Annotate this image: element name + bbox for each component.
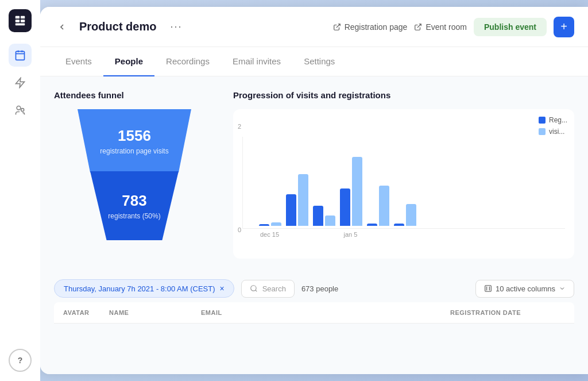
columns-icon xyxy=(484,284,492,293)
x-label-jan5: jan 5 xyxy=(339,231,362,238)
x-label-6 xyxy=(393,231,416,238)
bar-vis-6 xyxy=(406,204,416,226)
search-placeholder: Search xyxy=(262,284,286,293)
bar-group-3 xyxy=(313,206,335,226)
legend-dot-reg xyxy=(539,117,546,124)
bars-container xyxy=(242,137,565,229)
more-options-button[interactable]: ··· xyxy=(165,18,187,35)
x-label-2 xyxy=(285,231,308,238)
svg-rect-0 xyxy=(16,16,20,19)
svg-rect-1 xyxy=(21,16,25,19)
tab-events[interactable]: Events xyxy=(54,47,103,76)
bar-vis-1 xyxy=(271,222,281,226)
sidebar: ? xyxy=(0,0,40,381)
funnel-title: Attendees funnel xyxy=(54,90,215,100)
x-label-dec15: dec 15 xyxy=(258,231,281,238)
columns-button[interactable]: 10 active columns xyxy=(475,280,574,298)
tab-people[interactable]: People xyxy=(103,47,154,76)
header-actions: Registration page Event room Publish eve… xyxy=(333,17,574,37)
x-axis-labels: dec 15 jan 5 xyxy=(242,231,565,238)
event-room-link[interactable]: Event room xyxy=(414,22,467,32)
bar-group-6 xyxy=(394,204,416,226)
sidebar-logo[interactable] xyxy=(9,9,32,32)
chevron-down-icon xyxy=(559,285,566,292)
svg-rect-4 xyxy=(16,24,25,26)
bar-vis-3 xyxy=(325,215,335,226)
funnel-section: Attendees funnel 1556 registration page … xyxy=(54,90,215,259)
bar-group-1 xyxy=(259,222,281,226)
legend-item-reg: Reg... xyxy=(539,116,567,124)
svg-rect-2 xyxy=(16,20,20,22)
col-header-regdate: REGISTRATION DATE xyxy=(450,309,565,316)
funnel-bottom-label: registrants (50%) xyxy=(108,212,160,220)
bar-reg-4 xyxy=(340,188,350,226)
funnel-top: 1556 registration page visits xyxy=(71,109,198,172)
y-label-0: 0 xyxy=(238,226,241,233)
page-title: Product demo xyxy=(79,20,156,33)
charts-row: Attendees funnel 1556 registration page … xyxy=(54,90,574,259)
bar-chart-section: Progression of visits and registrations … xyxy=(233,90,574,259)
x-label-5 xyxy=(366,231,389,238)
legend-dot-vis xyxy=(539,128,546,135)
col-header-avatar: AVATAR xyxy=(63,309,109,316)
svg-rect-5 xyxy=(16,51,25,60)
bar-vis-5 xyxy=(379,186,389,226)
bar-group-4 xyxy=(340,157,362,226)
svg-marker-9 xyxy=(16,78,25,88)
columns-label: 10 active columns xyxy=(496,284,555,293)
legend-label-reg: Reg... xyxy=(549,116,567,124)
tabs-bar: Events People Recordings Email invites S… xyxy=(40,47,588,76)
svg-rect-3 xyxy=(21,20,25,22)
bar-reg-3 xyxy=(313,206,323,226)
svg-point-11 xyxy=(21,109,24,111)
date-filter-close-button[interactable]: × xyxy=(220,284,225,293)
add-button[interactable]: + xyxy=(554,17,574,37)
content-area: Attendees funnel 1556 registration page … xyxy=(40,76,588,374)
registration-page-link[interactable]: Registration page xyxy=(333,22,408,32)
bar-chart-container: Reg... visi... 2 0 xyxy=(233,109,574,259)
back-button[interactable] xyxy=(54,19,70,35)
x-label-3 xyxy=(312,231,335,238)
sidebar-item-calendar[interactable] xyxy=(9,44,32,67)
publish-event-button[interactable]: Publish event xyxy=(474,18,547,36)
svg-point-14 xyxy=(250,286,256,291)
header: Product demo ··· Registration page xyxy=(40,7,588,47)
date-filter-label: Thursday, January 7h 2021 - 8:00 AM (CES… xyxy=(64,284,215,293)
app-container: ? Product demo ··· Registr xyxy=(0,0,588,381)
bar-reg-5 xyxy=(367,224,377,226)
bar-reg-1 xyxy=(259,224,269,226)
svg-line-13 xyxy=(417,24,421,27)
funnel-bottom: 783 registrants (50%) xyxy=(71,171,198,240)
search-box[interactable]: Search xyxy=(241,280,295,298)
bar-vis-2 xyxy=(298,174,308,226)
bar-reg-2 xyxy=(286,194,296,226)
funnel-chart: 1556 registration page visits 783 regist… xyxy=(71,109,198,240)
legend-label-vis: visi... xyxy=(549,128,564,136)
bar-group-2 xyxy=(286,174,308,226)
funnel-top-label: registration page visits xyxy=(100,147,168,155)
legend-item-vis: visi... xyxy=(539,128,567,136)
search-icon xyxy=(250,284,258,293)
sidebar-item-people[interactable] xyxy=(9,99,32,122)
bar-reg-6 xyxy=(394,224,404,226)
help-button[interactable]: ? xyxy=(9,349,32,372)
date-filter-chip[interactable]: Thursday, January 7h 2021 - 8:00 AM (CES… xyxy=(54,279,234,298)
svg-rect-18 xyxy=(485,286,492,292)
people-count: 673 people xyxy=(301,284,338,293)
funnel-top-number: 1556 xyxy=(118,127,151,145)
svg-point-10 xyxy=(17,106,21,110)
tab-settings[interactable]: Settings xyxy=(292,47,346,76)
tab-email-invites[interactable]: Email invites xyxy=(221,47,292,76)
sidebar-item-automations[interactable] xyxy=(9,71,32,94)
funnel-bottom-number: 783 xyxy=(122,192,146,210)
bar-vis-4 xyxy=(352,157,362,226)
bar-chart-title: Progression of visits and registrations xyxy=(233,90,574,100)
tab-recordings[interactable]: Recordings xyxy=(154,47,221,76)
bar-group-5 xyxy=(367,186,389,226)
bar-chart-legend: Reg... visi... xyxy=(539,116,567,136)
main-content: Product demo ··· Registration page xyxy=(40,7,588,374)
col-header-name: NAME xyxy=(109,309,201,316)
y-label-2: 2 xyxy=(238,123,241,130)
filter-bar: Thursday, January 7h 2021 - 8:00 AM (CES… xyxy=(54,272,574,302)
svg-line-12 xyxy=(336,24,339,27)
